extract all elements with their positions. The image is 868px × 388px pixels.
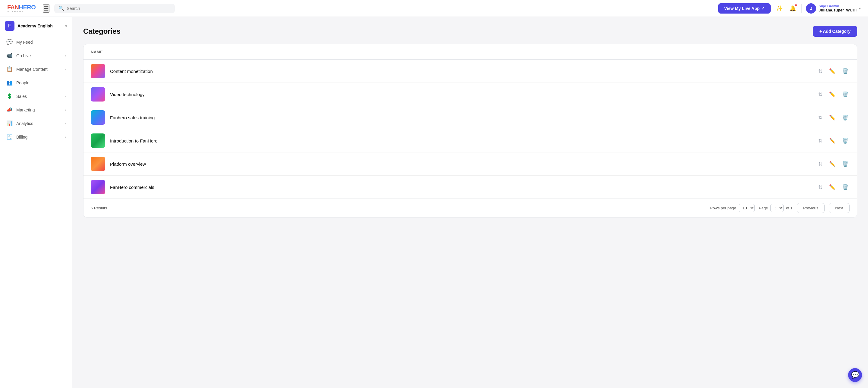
logo-fan: FAN (7, 4, 19, 10)
page-title: Categories (83, 27, 121, 36)
delete-button[interactable]: 🗑️ (841, 136, 849, 145)
category-thumbnail (91, 64, 105, 78)
workspace-icon: F (5, 21, 14, 31)
table-header: Name (84, 44, 857, 60)
nav-icon-analytics: 📊 (6, 120, 13, 127)
row-actions: ⇅ ✏️ 🗑️ (817, 183, 849, 192)
sidebar-item-sales[interactable]: 💲 Sales › (0, 90, 72, 103)
logo-sub: ACADEMY (7, 10, 24, 13)
sidebar-item-label-go-live: Go Live (16, 53, 61, 58)
edit-button[interactable]: ✏️ (828, 90, 837, 99)
rows-per-page-selector: Rows per page 10 25 50 (710, 204, 754, 212)
category-thumbnail (91, 133, 105, 148)
sidebar-item-analytics[interactable]: 📊 Analytics › (0, 117, 72, 130)
edit-button[interactable]: ✏️ (828, 160, 837, 168)
reorder-button[interactable]: ⇅ (817, 160, 824, 168)
page-header: Categories + Add Category (83, 26, 857, 37)
edit-button[interactable]: ✏️ (828, 136, 837, 145)
pagination-bar: 6 Results Rows per page 10 25 50 Page 1 (84, 198, 857, 217)
page-select[interactable]: 1 (770, 204, 784, 212)
delete-button[interactable]: 🗑️ (841, 90, 849, 99)
nav-icon-go-live: 📹 (6, 53, 13, 59)
row-actions: ⇅ ✏️ 🗑️ (817, 136, 849, 145)
nav-right: View My Live App ↗ ✨ 🔔 J Super Admin Jul… (718, 3, 861, 13)
main-content: Categories + Add Category Name Content m… (72, 17, 868, 388)
category-name: Introduction to FanHero (110, 138, 812, 143)
search-input[interactable] (67, 6, 170, 11)
user-info: Super Admin Juliana.super_WUHI (818, 4, 857, 12)
user-menu[interactable]: J Super Admin Juliana.super_WUHI ▾ (806, 3, 861, 13)
edit-button[interactable]: ✏️ (828, 67, 837, 75)
delete-button[interactable]: 🗑️ (841, 183, 849, 192)
category-thumbnail (91, 87, 105, 101)
category-thumbnail (91, 180, 105, 194)
chat-bubble-button[interactable]: 💬 (848, 368, 862, 382)
edit-button[interactable]: ✏️ (828, 113, 837, 122)
delete-button[interactable]: 🗑️ (841, 113, 849, 122)
delete-button[interactable]: 🗑️ (841, 160, 849, 168)
arrow-icon: ↗ (761, 6, 765, 10)
reorder-button[interactable]: ⇅ (817, 90, 824, 99)
sidebar-item-label-my-feed: My Feed (16, 40, 66, 44)
hamburger-menu[interactable]: ☰ (43, 4, 50, 13)
category-thumbnail (91, 157, 105, 171)
sidebar-item-my-feed[interactable]: 💬 My Feed (0, 35, 72, 49)
chevron-icon-analytics: › (65, 121, 66, 126)
chevron-icon-sales: › (65, 94, 66, 98)
sidebar-item-label-analytics: Analytics (16, 121, 61, 126)
category-name: Video technology (110, 92, 812, 97)
reorder-button[interactable]: ⇅ (817, 183, 824, 192)
logo-hero: HERO (19, 4, 36, 10)
reorder-button[interactable]: ⇅ (817, 67, 824, 75)
chevron-icon-billing: › (65, 135, 66, 139)
categories-table: Name Content monetization ⇅ ✏️ 🗑️ Video … (83, 44, 857, 218)
sidebar-item-label-people: People (16, 80, 66, 85)
top-navigation: FANHERO ACADEMY ☰ 🔍 View My Live App ↗ ✨… (0, 0, 868, 17)
nav-icon-marketing: 📣 (6, 107, 13, 113)
row-actions: ⇅ ✏️ 🗑️ (817, 90, 849, 99)
reorder-button[interactable]: ⇅ (817, 113, 824, 122)
delete-button[interactable]: 🗑️ (841, 67, 849, 75)
categories-list: Content monetization ⇅ ✏️ 🗑️ Video techn… (84, 60, 857, 198)
sidebar-item-label-manage-content: Manage Content (16, 67, 61, 72)
sidebar-item-manage-content[interactable]: 📋 Manage Content › (0, 62, 72, 76)
row-actions: ⇅ ✏️ 🗑️ (817, 113, 849, 122)
sidebar-item-people[interactable]: 👥 People (0, 76, 72, 90)
sidebar-item-label-marketing: Marketing (16, 107, 61, 112)
workspace-selector[interactable]: F Academy English ▾ (0, 17, 72, 35)
row-actions: ⇅ ✏️ 🗑️ (817, 160, 849, 168)
search-icon: 🔍 (59, 6, 64, 11)
user-name: Juliana.super_WUHI (818, 8, 857, 12)
sidebar-item-go-live[interactable]: 📹 Go Live › (0, 49, 72, 62)
sidebar-item-marketing[interactable]: 📣 Marketing › (0, 103, 72, 117)
chevron-down-icon: ▾ (859, 6, 861, 10)
table-row: Platform overview ⇅ ✏️ 🗑️ (84, 153, 857, 175)
chevron-icon-go-live: › (65, 54, 66, 58)
next-button[interactable]: Next (829, 203, 849, 213)
notifications-button[interactable]: 🔔 (788, 4, 797, 13)
user-role: Super Admin (818, 4, 857, 8)
table-row: Video technology ⇅ ✏️ 🗑️ (84, 83, 857, 106)
table-row: Content monetization ⇅ ✏️ 🗑️ (84, 60, 857, 83)
nav-divider (801, 4, 802, 13)
search-bar: 🔍 (54, 4, 175, 13)
sidebar-item-billing[interactable]: 🧾 Billing › (0, 130, 72, 144)
nav-icon-my-feed: 💬 (6, 39, 13, 45)
sidebar-item-label-sales: Sales (16, 94, 61, 99)
results-count: 6 Results (91, 206, 107, 210)
sidebar-nav: 💬 My Feed 📹 Go Live › 📋 Manage Content ›… (0, 35, 72, 144)
table-row: Introduction to FanHero ⇅ ✏️ 🗑️ (84, 129, 857, 153)
magic-icon-button[interactable]: ✨ (775, 4, 784, 13)
table-col-name: Name (91, 50, 103, 54)
view-live-app-button[interactable]: View My Live App ↗ (718, 3, 771, 13)
edit-button[interactable]: ✏️ (828, 183, 837, 192)
reorder-button[interactable]: ⇅ (817, 136, 824, 145)
category-name: Content monetization (110, 69, 812, 74)
add-category-button[interactable]: + Add Category (813, 26, 857, 37)
chevron-icon-marketing: › (65, 108, 66, 112)
previous-button[interactable]: Previous (797, 203, 825, 213)
category-name: FanHero commercials (110, 185, 812, 190)
notification-dot (795, 4, 797, 6)
nav-icon-manage-content: 📋 (6, 66, 13, 72)
rows-per-page-select[interactable]: 10 25 50 (739, 204, 755, 212)
